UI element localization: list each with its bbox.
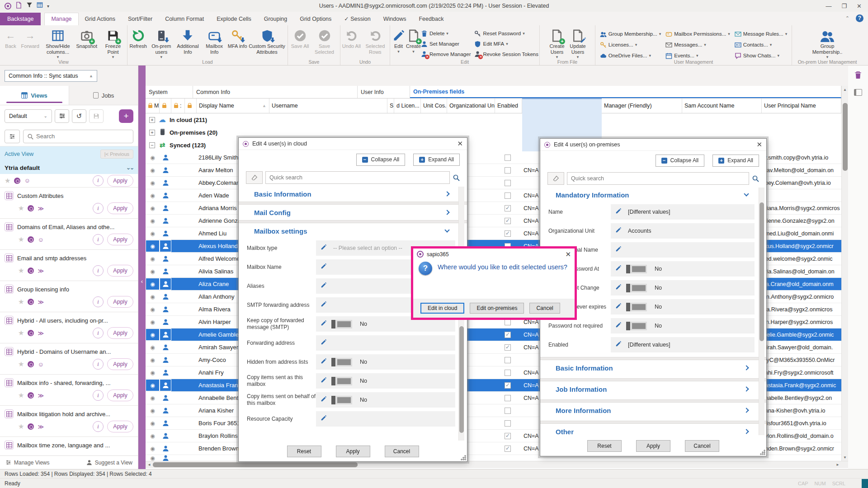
expand-all-button[interactable]: +Expand All (712, 155, 759, 167)
sidebar-splitter[interactable]: ‹ (138, 66, 146, 469)
ribbon-tab[interactable]: Column Format (159, 13, 210, 25)
info-button[interactable]: i (93, 175, 104, 186)
chevron-down-icon[interactable]: ⌄⌄ (126, 164, 133, 171)
ribbon-tab[interactable]: Sort/Filter (122, 13, 159, 25)
column-header[interactable]: Enabled ▲ (495, 99, 522, 113)
view-list-item[interactable]: Email and smtp addresses ★ ≫ i Apply (0, 250, 138, 281)
manage-views-link[interactable]: Manage Views (14, 460, 50, 466)
collapsed-section-header[interactable]: Basic Information (547, 360, 755, 375)
enabled-checkbox[interactable] (505, 344, 511, 351)
vscroll-thumb[interactable] (843, 103, 848, 171)
column-header[interactable]: M. ▲ (146, 99, 160, 113)
forward-button[interactable]: →Forward (20, 27, 40, 49)
suggest-view-link[interactable]: Suggest a View (95, 460, 132, 466)
scroll-up-icon[interactable]: ▲ (842, 86, 848, 93)
column-header[interactable]: : ▲ (171, 99, 185, 113)
field-value[interactable]: No (611, 280, 755, 296)
freeze-point-button[interactable]: +Freeze Point▾ (100, 27, 126, 60)
apply-button[interactable]: Apply (107, 358, 133, 370)
events-button[interactable]: Events...▾ (665, 51, 730, 60)
edit-views-button[interactable] (55, 109, 69, 123)
close-icon[interactable]: ✕ (457, 140, 463, 148)
field-value[interactable] (611, 242, 755, 258)
field-value[interactable]: No (611, 299, 755, 314)
edit-mfa-button[interactable]: Edit MFA▾ (474, 39, 538, 48)
pencil-icon[interactable] (321, 282, 327, 290)
create-users-button[interactable]: +Create Users▾ (547, 27, 567, 60)
column-header[interactable]: S... ▲ (387, 99, 394, 113)
toggle-switch[interactable] (331, 377, 351, 385)
edit-in-cloud-button[interactable]: Edit in cloud (420, 303, 464, 314)
previous-button[interactable]: |< Previous (100, 150, 133, 159)
onprem-users-button[interactable]: On-prem users▾ (148, 27, 175, 60)
back-button[interactable]: ←Back (1, 27, 20, 49)
apply-button[interactable]: Apply (107, 421, 133, 432)
hscroll-thumb[interactable] (153, 462, 358, 467)
tab-jobs[interactable]: Jobs (69, 86, 138, 105)
group-membership-button[interactable]: Group Membership...▾ (600, 29, 661, 38)
star-icon[interactable]: ★ (18, 267, 24, 275)
enabled-checkbox[interactable] (505, 370, 511, 376)
field-value[interactable]: [Different values] (611, 337, 755, 352)
pencil-icon[interactable] (321, 301, 327, 309)
star-icon[interactable]: ★ (5, 177, 10, 185)
dialog-scrollbar[interactable] (759, 188, 764, 435)
group-row[interactable]: + In cloud (211) (146, 113, 848, 126)
column-group-header[interactable]: Common Info (193, 86, 358, 98)
ribbon-tab[interactable]: Feedback (412, 13, 450, 25)
licenses-button[interactable]: Licenses...▾ (600, 40, 661, 49)
field-value[interactable]: No (611, 261, 755, 277)
search-icon[interactable] (453, 174, 460, 181)
pencil-icon[interactable] (321, 415, 327, 423)
pencil-icon[interactable] (321, 358, 327, 366)
save-views-button[interactable] (89, 109, 104, 123)
column-header[interactable]: Display Name ▲ (197, 99, 269, 113)
apply-button[interactable]: Apply (107, 389, 133, 401)
ribbon-tab[interactable]: Grouping (258, 13, 293, 25)
info-button[interactable]: i (93, 328, 104, 338)
reset-views-button[interactable]: ↺ (72, 109, 86, 123)
onprem-group-membership-button[interactable]: Group Membership..▾ (807, 27, 848, 60)
star-icon[interactable]: ★ (18, 298, 24, 306)
mfa-info-button[interactable]: MFA info (227, 27, 247, 49)
view-list-item[interactable]: Mailbox litigation hold and archive... ★… (0, 406, 138, 437)
cancel-button[interactable]: Cancel (685, 440, 719, 452)
column-header[interactable]: Sam Account Name ▲ (682, 99, 762, 113)
create-button[interactable]: +Create▾ (406, 27, 421, 54)
resize-grip[interactable] (760, 450, 765, 455)
apply-button[interactable]: Apply (636, 440, 670, 452)
pencil-icon[interactable] (321, 339, 327, 347)
field-value[interactable]: No (611, 318, 755, 333)
view-set-dropdown[interactable]: Default⌄ (5, 109, 52, 123)
enabled-checkbox[interactable] (505, 408, 511, 414)
column-header[interactable]: d Licen... ▲ (394, 99, 421, 113)
message-rules-button[interactable]: Message Rules...▾ (735, 29, 787, 38)
info-button[interactable]: i (93, 203, 104, 214)
save-all-button[interactable]: Save All (290, 27, 311, 49)
maximize-button[interactable]: ❐ (841, 3, 847, 9)
save-selected-button[interactable]: Save Selected (311, 27, 339, 55)
pencil-icon[interactable] (321, 263, 327, 271)
undo-all-button[interactable]: Undo All (341, 27, 362, 49)
section-mailbox-settings[interactable]: Mailbox settings (246, 223, 455, 239)
toggle-switch[interactable] (626, 284, 646, 292)
view-list-item[interactable]: Hybrid - All users, including on-pr... ★… (0, 312, 138, 343)
close-icon[interactable]: ✕ (565, 250, 571, 258)
apply-button[interactable]: Apply (107, 175, 133, 187)
reset-password-button[interactable]: Reset Password▾ (474, 29, 538, 38)
pencil-icon[interactable] (615, 303, 622, 311)
star-icon[interactable]: ★ (18, 204, 24, 212)
apply-button[interactable]: Apply (107, 296, 133, 308)
ribbon-tab[interactable]: Grid Actions (79, 13, 122, 25)
enabled-checkbox[interactable] (505, 420, 511, 427)
messages-button[interactable]: Messages...▾ (665, 40, 730, 49)
revoke-session-tokens-button[interactable]: ×Revoke Session Tokens (474, 50, 538, 59)
collapsed-section-header[interactable]: Job Information (547, 381, 755, 397)
field-value[interactable]: No (316, 392, 455, 408)
edit-on-premises-button[interactable]: Edit on-premises (470, 303, 524, 314)
tab-views[interactable]: Views (0, 86, 69, 105)
enabled-checkbox[interactable] (505, 155, 511, 161)
enabled-checkbox[interactable] (505, 192, 511, 199)
expander-icon[interactable]: + (149, 117, 155, 123)
column-header[interactable]: Username ▲ (269, 99, 387, 113)
